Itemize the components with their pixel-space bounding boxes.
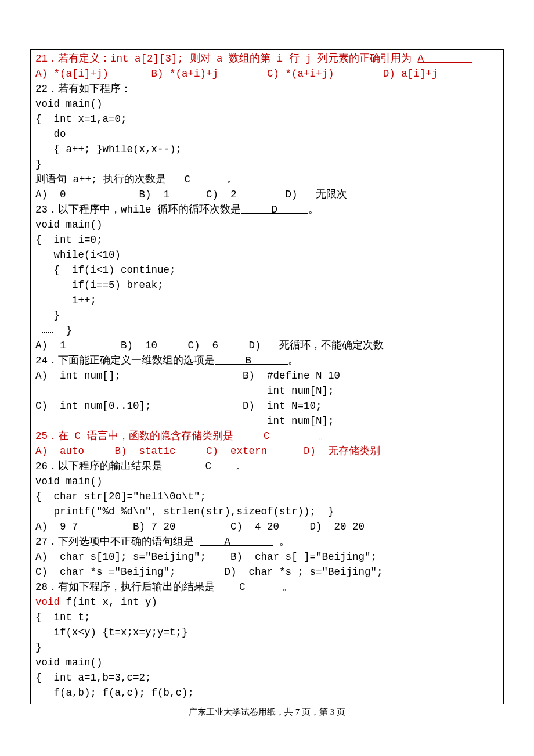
q26-stem-b: 。 bbox=[236, 460, 246, 472]
q23-code-1: void main() bbox=[35, 219, 103, 231]
q23-stem-b: 。 bbox=[308, 204, 319, 215]
q23-code-3: while(i<10) bbox=[35, 249, 121, 261]
q21-answer: A bbox=[418, 53, 473, 64]
q25-options: A) auto B) static C) extern D) 无存储类别 bbox=[35, 445, 380, 457]
q27-stem-a: 27．下列选项中不正确的语句组是 bbox=[35, 536, 200, 548]
q28-code-3: if(x<y) {t=x;x=y;y=t;} bbox=[35, 627, 188, 638]
q24-answer: B bbox=[215, 355, 288, 366]
q22-code-4: { a++; }while(x,x--); bbox=[35, 143, 182, 155]
q23-code-5: if(i==5) break; bbox=[35, 279, 164, 291]
q27-row-2: C) char *s ="Beijing"; D) char *s ; s="B… bbox=[35, 566, 383, 578]
q24-row-2: int num[N]; bbox=[35, 385, 334, 397]
q24-row-1: A) int num[]; B) #define N 10 bbox=[35, 370, 340, 381]
q23-code-7: } bbox=[35, 309, 60, 321]
q22-options: A) 0 B) 1 C) 2 D) 无限次 bbox=[35, 189, 347, 200]
q24-stem-b: 。 bbox=[288, 355, 298, 366]
q28-code-4: } bbox=[35, 642, 42, 653]
q23-options: A) 1 B) 10 C) 6 D) 死循环，不能确定次数 bbox=[35, 340, 384, 351]
q22-tail-b: 。 bbox=[221, 174, 238, 185]
page-container: 21．若有定义：int a[2][3]; 则对 a 数组的第 i 行 j 列元素… bbox=[0, 0, 534, 756]
q27-stem-b: 。 bbox=[273, 536, 290, 548]
q22-answer: C bbox=[166, 174, 221, 185]
q28-code-2: { int t; bbox=[35, 611, 91, 623]
q21-opt-c: C) *(a+i+j) bbox=[267, 68, 383, 80]
q26-stem-a: 26．以下程序的输出结果是 bbox=[35, 460, 163, 472]
q23-code-6: i++; bbox=[35, 294, 96, 306]
q23-code-4: { if(i<1) continue; bbox=[35, 264, 176, 276]
q23-stem-a: 23．以下程序中，while 循环的循环次数是 bbox=[35, 204, 241, 215]
q25-stem-a: 25．在 C 语言中，函数的隐含存储类别是 bbox=[35, 430, 233, 442]
q24-row-3: C) int num[0..10]; D) int N=10; bbox=[35, 400, 322, 412]
q23-code-2: { int i=0; bbox=[35, 234, 103, 246]
q22-code-1: void main() bbox=[35, 98, 103, 110]
q28-code-6: { int a=1,b=3,c=2; bbox=[35, 672, 151, 683]
q24-row-4: int num[N]; bbox=[35, 415, 334, 427]
q21-opt-b: B) *(a+i)+j bbox=[151, 68, 268, 80]
q22-code-5: } bbox=[35, 159, 42, 170]
q27-row-1: A) char s[10]; s="Beijing"; B) char s[ ]… bbox=[35, 551, 377, 563]
q21-opt-d: D) a[i]+j bbox=[383, 68, 438, 80]
q27-answer: A bbox=[200, 536, 273, 548]
content-frame: 21．若有定义：int a[2][3]; 则对 a 数组的第 i 行 j 列元素… bbox=[30, 49, 504, 704]
q28-stem-a: 28．有如下程序，执行后输出的结果是 bbox=[35, 581, 215, 593]
q28-answer: C bbox=[215, 581, 276, 593]
q26-options: A) 9 7 B) 7 20 C) 4 20 D) 20 20 bbox=[35, 521, 365, 532]
q26-code-2: { char str[20]="hel1\0o\t"; bbox=[35, 491, 206, 502]
q23-answer: D bbox=[241, 204, 308, 215]
q22-code-3: do bbox=[35, 128, 66, 140]
q28-code-5: void main() bbox=[35, 657, 103, 668]
q22-tail-a: 则语句 a++; 执行的次数是 bbox=[35, 174, 166, 185]
q23-code-8: …… } bbox=[35, 325, 72, 336]
q28-code-1a: void bbox=[35, 596, 60, 608]
q28-stem-b: 。 bbox=[276, 581, 293, 593]
q25-stem-b: 。 bbox=[312, 430, 329, 442]
q22-code-2: { int x=1,a=0; bbox=[35, 113, 127, 125]
page-footer: 广东工业大学试卷用纸，共 7 页，第 3 页 bbox=[30, 707, 504, 718]
q26-answer: C bbox=[163, 460, 236, 472]
q25-answer: C bbox=[233, 430, 313, 442]
q26-code-1: void main() bbox=[35, 476, 103, 487]
q21-stem: 21．若有定义：int a[2][3]; 则对 a 数组的第 i 行 j 列元素… bbox=[35, 53, 418, 64]
q28-code-7: f(a,b); f(a,c); f(b,c); bbox=[35, 687, 194, 699]
q26-code-3: printf("%d %d\n", strlen(str),sizeof(str… bbox=[35, 506, 334, 517]
q24-stem-a: 24．下面能正确定义一维数组的选项是 bbox=[35, 355, 215, 366]
q28-code-1b: f(int x, int y) bbox=[60, 596, 157, 608]
q21-opt-a: A) *(a[i]+j) bbox=[35, 68, 151, 80]
q22-stem: 22．若有如下程序： bbox=[35, 83, 131, 95]
